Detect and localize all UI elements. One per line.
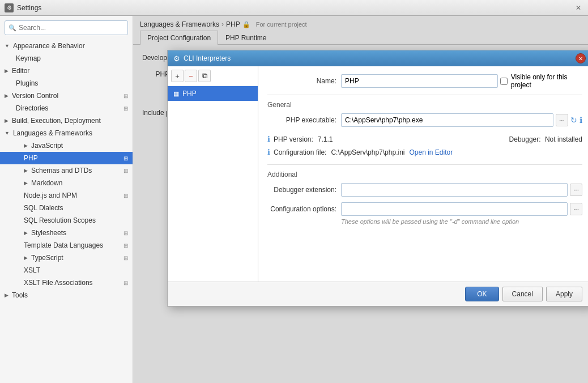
add-interpreter-btn[interactable]: + [171, 70, 184, 82]
sidebar-item-label: XSLT File Associations [24, 279, 93, 287]
debugger-ext-browse-btn[interactable]: ··· [570, 184, 582, 196]
sidebar-item-label: SQL Dialects [24, 204, 63, 212]
php-exe-browse-btn[interactable]: ··· [556, 114, 568, 126]
php-exe-input[interactable] [341, 113, 553, 127]
sidebar-item-label: Schemas and DTDs [31, 167, 92, 175]
interpreter-item-label: PHP [182, 90, 197, 97]
dialog-body: + − ⧉ ▦ PHP [168, 66, 588, 282]
settings-page-icon: ⊞ [123, 242, 128, 249]
sidebar-item-editor[interactable]: ▶ Editor [0, 65, 133, 77]
dialog-left-panel: + − ⧉ ▦ PHP [168, 66, 258, 282]
window-close-button[interactable]: ✕ [573, 3, 583, 13]
sidebar-item-build[interactable]: ▶ Build, Execution, Deployment [0, 114, 133, 127]
sidebar-item-xslt[interactable]: XSLT [0, 264, 133, 276]
debugger-ext-input[interactable] [341, 183, 568, 197]
visible-only-checkbox[interactable] [500, 78, 508, 85]
sidebar-item-stylesheets[interactable]: ▶ Stylesheets ⊞ [0, 227, 133, 239]
config-file-row: ℹ Configuration file: C:\AppServ\php7\ph… [267, 146, 582, 159]
config-file-value: C:\AppServ\php7\php.ini [331, 148, 404, 156]
info-icon: ℹ [267, 135, 270, 143]
config-options-hint: These options will be passed using the "… [267, 218, 582, 225]
settings-page-icon: ⊞ [123, 105, 128, 112]
settings-page-icon: ⊞ [123, 93, 128, 99]
sidebar-item-tools[interactable]: ▶ Tools [0, 289, 133, 301]
dialog-title-text: CLI Interpreters [184, 54, 231, 62]
settings-page-icon: ⊞ [123, 168, 128, 174]
sidebar-item-typescript[interactable]: ▶ TypeScript ⊞ [0, 252, 133, 264]
sidebar-item-javascript[interactable]: ▶ JavaScript [0, 139, 133, 152]
sidebar-item-plugins[interactable]: Plugins [0, 77, 133, 90]
open-in-editor-link[interactable]: Open in Editor [409, 148, 453, 156]
arrow-icon: ▶ [24, 230, 28, 236]
additional-section-title: Additional [267, 171, 582, 178]
content-area: Languages & Frameworks › PHP 🔒 For curre… [133, 16, 588, 383]
arrow-icon: ▶ [5, 292, 8, 298]
debugger-ext-row: Debugger extension: ··· [267, 183, 582, 197]
sidebar-item-keymap[interactable]: Keymap [0, 52, 133, 65]
sidebar-item-label: Languages & Frameworks [13, 129, 92, 137]
sidebar-item-template[interactable]: Template Data Languages ⊞ [0, 239, 133, 252]
settings-page-icon: ⊞ [123, 280, 128, 286]
config-options-browse-btn[interactable]: ··· [570, 203, 582, 215]
dialog-toolbar: + − ⧉ [168, 66, 258, 86]
remove-interpreter-btn[interactable]: − [185, 70, 197, 82]
sidebar-item-label: Appearance & Behavior [13, 42, 85, 50]
copy-interpreter-btn[interactable]: ⧉ [198, 70, 211, 82]
sidebar-item-label: PHP [24, 154, 38, 162]
sidebar-item-schemas[interactable]: ▶ Schemas and DTDs ⊞ [0, 164, 133, 177]
sidebar-item-languages[interactable]: ▼ Languages & Frameworks [0, 127, 133, 139]
php-version-label: PHP version: [274, 135, 313, 143]
config-file-label: Configuration file: [274, 148, 326, 156]
dialog-interpreter-list: ▦ PHP [168, 86, 258, 282]
sidebar-item-label: Template Data Languages [24, 241, 103, 249]
arrow-icon: ▶ [24, 168, 28, 173]
sidebar-item-directories[interactable]: Directories ⊞ [0, 102, 133, 114]
dialog-right-panel: Name: Visible only for this project [258, 66, 588, 282]
sidebar-item-nodejs[interactable]: Node.js and NPM ⊞ [0, 189, 133, 202]
title-bar: ⚙ Settings ✕ [0, 0, 588, 16]
config-info-icon: ℹ [267, 148, 270, 156]
sidebar-item-label: Directories [16, 104, 48, 112]
interpreter-list-item[interactable]: ▦ PHP [168, 86, 258, 101]
sidebar-item-sql-dialects[interactable]: SQL Dialects [0, 202, 133, 214]
debugger-value: Not installed [545, 135, 582, 143]
dialog-title-bar: ⚙ CLI Interpreters ✕ [168, 50, 588, 66]
sidebar-item-php[interactable]: PHP ⊞ [0, 152, 133, 164]
sidebar-item-label: TypeScript [31, 254, 63, 262]
search-input[interactable] [19, 24, 124, 32]
arrow-icon: ▶ [5, 93, 8, 99]
name-input[interactable] [341, 74, 498, 88]
dialog-close-button[interactable]: ✕ [576, 53, 586, 63]
sidebar-item-sql-res[interactable]: SQL Resolution Scopes [0, 214, 133, 227]
app-icon: ⚙ [5, 3, 14, 12]
dialog-bottom-bar: OK Cancel Apply [168, 282, 588, 306]
cli-interpreters-dialog: ⚙ CLI Interpreters ✕ + − ⧉ [167, 50, 588, 307]
search-icon: 🔍 [8, 24, 16, 32]
arrow-icon: ▼ [5, 43, 10, 49]
sidebar-item-label: XSLT [24, 266, 40, 274]
arrow-icon: ▶ [5, 118, 8, 124]
debugger-ext-label: Debugger extension: [267, 186, 341, 194]
debugger-label: Debugger: Not installed [509, 135, 582, 143]
sidebar-item-appearance[interactable]: ▼ Appearance & Behavior [0, 40, 133, 52]
php-exe-row: PHP executable: ··· ↻ ℹ [267, 113, 582, 127]
sidebar-item-label: Editor [12, 67, 29, 75]
sidebar-item-version-control[interactable]: ▶ Version Control ⊞ [0, 90, 133, 102]
sidebar-item-label: Tools [12, 291, 28, 299]
sidebar-item-xslt-file[interactable]: XSLT File Associations ⊞ [0, 276, 133, 289]
sidebar-item-label: SQL Resolution Scopes [24, 216, 96, 224]
dialog-apply-button[interactable]: Apply [546, 287, 582, 301]
php-version-value: 7.1.1 [318, 135, 333, 143]
php-exe-info-icon[interactable]: ℹ [580, 116, 582, 125]
php-exe-refresh-icon[interactable]: ↻ [570, 116, 577, 125]
search-box[interactable]: 🔍 [5, 20, 128, 35]
config-options-input[interactable] [341, 202, 568, 216]
sidebar-item-label: Version Control [12, 92, 58, 100]
config-options-row: Configuration options: ··· [267, 202, 582, 216]
sidebar-item-markdown[interactable]: ▶ Markdown [0, 177, 133, 189]
sidebar-item-label: Keymap [16, 54, 41, 62]
window-title: Settings [17, 4, 41, 12]
dialog-ok-button[interactable]: OK [465, 287, 498, 301]
name-label: Name: [267, 77, 341, 85]
dialog-cancel-button[interactable]: Cancel [502, 287, 543, 301]
